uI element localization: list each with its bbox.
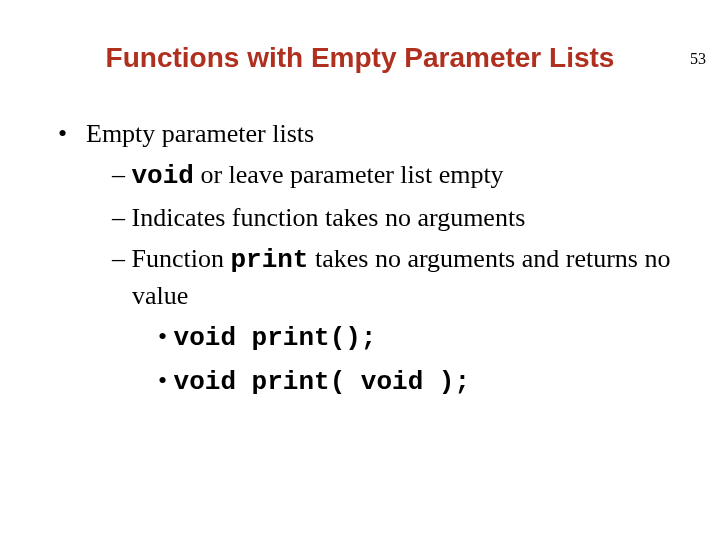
- bullet-level2: – Indicates function takes no arguments: [78, 200, 680, 235]
- bullet-text: or leave parameter list empty: [194, 160, 504, 189]
- bullet-level3: • void print();: [76, 319, 680, 356]
- bullet-level1: •Empty parameter lists: [58, 116, 680, 151]
- bullet-dot-icon: •: [58, 116, 86, 151]
- bullet-dot-icon: •: [158, 322, 174, 351]
- code-void: void: [132, 161, 194, 191]
- code-example: void print();: [174, 323, 377, 353]
- bullet-text: Empty parameter lists: [86, 119, 314, 148]
- bullet-text: Indicates function takes no arguments: [132, 203, 526, 232]
- slide-body: •Empty parameter lists – void or leave p…: [0, 116, 720, 400]
- bullet-text-pre: Function: [132, 244, 231, 273]
- dash-icon: –: [112, 203, 132, 232]
- slide-title: Functions with Empty Parameter Lists: [0, 42, 720, 74]
- bullet-level3: • void print( void );: [76, 363, 680, 400]
- bullet-level2: – void or leave parameter list empty: [78, 157, 680, 194]
- dash-icon: –: [112, 160, 132, 189]
- code-print: print: [230, 245, 308, 275]
- dash-icon: –: [112, 244, 132, 273]
- page-number: 53: [690, 50, 706, 68]
- bullet-dot-icon: •: [158, 366, 174, 395]
- code-example: void print( void );: [174, 367, 470, 397]
- bullet-level2: – Function print takes no arguments and …: [78, 241, 680, 313]
- slide: 53 Functions with Empty Parameter Lists …: [0, 42, 720, 540]
